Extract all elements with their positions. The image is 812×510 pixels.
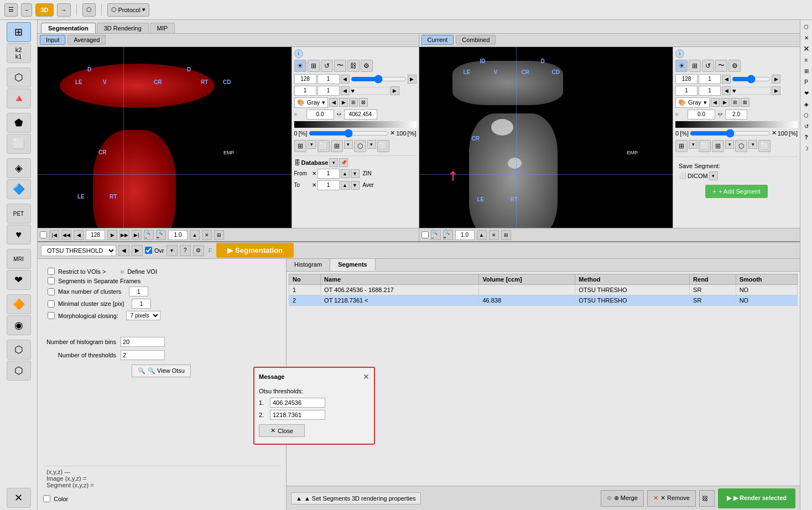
thresholds-input[interactable]: [121, 350, 165, 360]
algo-select[interactable]: OTSU THRESHOLD: [41, 245, 116, 256]
r-zoom-input[interactable]: [455, 230, 475, 240]
r-colormap-dropdown[interactable]: 🎨 Gray ▾: [675, 97, 710, 108]
b-icon-1[interactable]: ⊞: [294, 140, 306, 152]
viewer-right-tab-current[interactable]: Current: [421, 35, 454, 45]
b-icon-2[interactable]: ⬜: [317, 140, 330, 152]
r-cm-icon[interactable]: ⊞: [731, 98, 740, 107]
tab-histogram[interactable]: Histogram: [287, 259, 330, 271]
r-min-val[interactable]: [688, 110, 715, 119]
algo-dropdown[interactable]: ▾: [166, 245, 178, 256]
set-render-props-btn[interactable]: ▲ ▲ Set Segments 3D rendering properties: [291, 492, 421, 504]
from-input[interactable]: [317, 169, 340, 179]
table-row[interactable]: 1 OT 406.24536 - 1688.217 OTSU THRESHO S…: [289, 285, 798, 295]
minus-btn[interactable]: −: [21, 3, 32, 17]
sidebar-icon-14[interactable]: ◉: [7, 315, 31, 335]
restrict-vois-checkbox[interactable]: [48, 268, 55, 275]
r-nav-expand[interactable]: ⊞: [501, 230, 511, 240]
nav-zoom-plus[interactable]: 🔍+: [156, 230, 166, 240]
icon-rotate[interactable]: ↺: [321, 60, 333, 72]
ovr-checkbox[interactable]: [145, 247, 152, 254]
icon-grid[interactable]: ⊞: [308, 60, 320, 72]
algo-settings[interactable]: ⚙: [193, 245, 204, 256]
sidebar-icon-1[interactable]: ⊞: [7, 22, 31, 42]
to-up[interactable]: ▲: [341, 181, 350, 190]
r-b-btn-2[interactable]: ▾: [725, 140, 734, 149]
r-second-input2[interactable]: [699, 86, 721, 96]
algo-prev[interactable]: ◀: [118, 245, 129, 256]
r-b-icon-5[interactable]: ⬜: [758, 140, 771, 152]
b-btn-2[interactable]: ▾: [344, 140, 353, 149]
module-btn[interactable]: ⬡: [82, 3, 96, 17]
r-b-btn-1[interactable]: ▾: [689, 140, 698, 149]
r-cm-right[interactable]: ▶: [721, 98, 730, 107]
morpho-checkbox[interactable]: [48, 312, 55, 319]
r-wl-left[interactable]: ◀: [722, 75, 731, 84]
sidebar-icon-7[interactable]: ◈: [7, 158, 31, 178]
nav-expand[interactable]: ⊞: [214, 230, 224, 240]
icon-brightness[interactable]: ☀: [294, 60, 306, 72]
window-input[interactable]: [294, 74, 316, 84]
nav-prev[interactable]: ◀: [74, 230, 84, 240]
second-input1[interactable]: [294, 86, 316, 96]
algo-next[interactable]: ▶: [132, 245, 143, 256]
r-level-input[interactable]: [699, 74, 721, 84]
histogram-bins-input[interactable]: [121, 337, 165, 347]
min-cluster-input[interactable]: [132, 299, 151, 309]
sidebar-icon-15[interactable]: ⬡: [7, 340, 31, 360]
sidebar-icon-2[interactable]: k2k1: [7, 43, 31, 63]
seg-separate-checkbox[interactable]: [48, 277, 55, 284]
max-clusters-input[interactable]: [129, 287, 148, 296]
viewer-right-canvas[interactable]: ID D LE V CR CD CR LE RT CD EMP ↗: [419, 47, 673, 228]
r-icon-grid[interactable]: ⊞: [689, 60, 701, 72]
r-b-icon-1[interactable]: ⊞: [675, 140, 688, 152]
r-b-btn-3[interactable]: ▾: [748, 140, 757, 149]
r-second-input1[interactable]: [675, 86, 698, 96]
r-second-left[interactable]: ◀: [722, 86, 731, 95]
right-icon-reload[interactable]: ↺: [802, 122, 811, 131]
nav-x[interactable]: ✕: [202, 230, 212, 240]
to-down[interactable]: ▼: [351, 181, 360, 190]
colormap-dropdown[interactable]: 🎨 Gray ▾: [294, 97, 329, 108]
max-val-input[interactable]: [344, 110, 377, 119]
render-selected-btn[interactable]: ▶ ▶ Render selected: [718, 488, 795, 508]
morpho-select[interactable]: 7 pixels: [126, 311, 160, 320]
forward-btn[interactable]: →: [57, 3, 71, 17]
right-icon-question[interactable]: ?: [802, 133, 811, 142]
zoom-input-left[interactable]: [168, 230, 188, 240]
protocol-btn[interactable]: ⬡ Protocol ▾: [107, 3, 149, 17]
r-wl-slider[interactable]: [732, 75, 771, 84]
tab-segmentation[interactable]: Segmentation: [41, 23, 96, 33]
dialog-close-btn[interactable]: ✕: [363, 372, 369, 381]
second-input2[interactable]: [317, 86, 340, 96]
sidebar-icon-9[interactable]: PET: [7, 204, 31, 223]
sidebar-icon-3[interactable]: ⬡: [7, 67, 31, 87]
right-icon-close[interactable]: ✕: [802, 44, 811, 53]
r-b-icon-4[interactable]: ⬡: [735, 140, 747, 152]
min-cluster-checkbox[interactable]: [48, 300, 55, 308]
icon-link[interactable]: ⛓: [347, 60, 360, 72]
wl-right-btn[interactable]: ▶: [408, 75, 417, 84]
b-btn-3[interactable]: ▾: [367, 140, 376, 149]
tab-mip[interactable]: MIP: [150, 23, 175, 33]
r-nav-arrow-up[interactable]: ▲: [477, 230, 487, 240]
cm-right[interactable]: ▶: [339, 98, 348, 107]
nav-last[interactable]: ▶|: [132, 230, 142, 240]
nav-prev-fast[interactable]: ◀◀: [61, 230, 71, 240]
r-window-input[interactable]: [675, 74, 698, 84]
add-segment-btn[interactable]: + + Add Segment: [705, 185, 768, 198]
viewer-left-tab-averaged[interactable]: Averaged: [67, 35, 106, 45]
sidebar-icon-4[interactable]: 🔺: [7, 89, 31, 108]
sidebar-icon-5[interactable]: ⬟: [7, 113, 31, 133]
sidebar-icon-8[interactable]: 🔷: [7, 179, 31, 199]
right-icon-6[interactable]: ◈: [802, 100, 811, 108]
sidebar-icon-10[interactable]: ♥: [7, 225, 31, 244]
sidebar-icon-13[interactable]: 🔶: [7, 294, 31, 314]
second-left[interactable]: ◀: [341, 86, 350, 95]
info-icon-right[interactable]: i: [675, 49, 684, 58]
nav-arrow-up[interactable]: ▲: [190, 230, 200, 240]
db-pin-btn[interactable]: 📌: [339, 158, 348, 167]
viewer-left-canvas[interactable]: D D LE V CR RT CD CR LE RT CD EMP: [38, 47, 292, 228]
r-cm-left[interactable]: ◀: [711, 98, 720, 107]
wl-left-btn[interactable]: ◀: [341, 75, 350, 84]
r-nav-zoom-minus[interactable]: 🔍−: [431, 230, 441, 240]
